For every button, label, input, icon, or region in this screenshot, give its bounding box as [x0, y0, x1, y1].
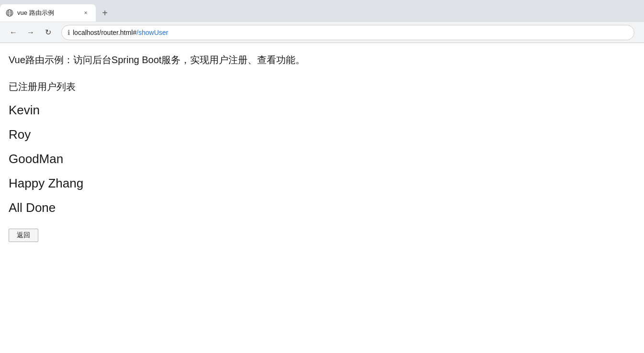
address-prefix: localhost/router.html# [73, 29, 136, 36]
list-item: Happy Zhang [9, 176, 634, 191]
address-highlight: /showUser [136, 29, 168, 36]
list-item: Roy [9, 127, 634, 142]
page-content: Vue路由示例：访问后台Spring Boot服务，实现用户注册、查看功能。 已… [0, 43, 644, 252]
forward-button[interactable]: → [23, 25, 38, 40]
reload-button[interactable]: ↻ [40, 25, 56, 40]
user-list: Kevin Roy GoodMan Happy Zhang All Done [9, 103, 634, 215]
address-bar[interactable]: ℹ localhost/router.html#/showUser [61, 25, 634, 40]
browser-chrome: vue 路由示例 × + ← → ↻ ℹ localhost/router.ht… [0, 0, 644, 43]
list-item: GoodMan [9, 152, 634, 166]
active-tab[interactable]: vue 路由示例 × [0, 4, 96, 22]
list-item: All Done [9, 200, 634, 215]
section-title: 已注册用户列表 [9, 80, 634, 93]
tab-bar: vue 路由示例 × + [0, 0, 644, 22]
back-button[interactable]: ← [6, 25, 21, 40]
security-info-icon: ℹ [68, 29, 70, 36]
new-tab-button[interactable]: + [98, 6, 112, 20]
address-text: localhost/router.html#/showUser [73, 29, 168, 36]
tab-close-button[interactable]: × [81, 9, 90, 17]
tab-title: vue 路由示例 [17, 9, 78, 17]
back-button[interactable]: 返回 [9, 229, 38, 242]
tab-favicon-icon [6, 9, 13, 17]
list-item: Kevin [9, 103, 634, 118]
nav-bar: ← → ↻ ℹ localhost/router.html#/showUser [0, 22, 644, 43]
page-description: Vue路由示例：访问后台Spring Boot服务，实现用户注册、查看功能。 [9, 53, 634, 67]
